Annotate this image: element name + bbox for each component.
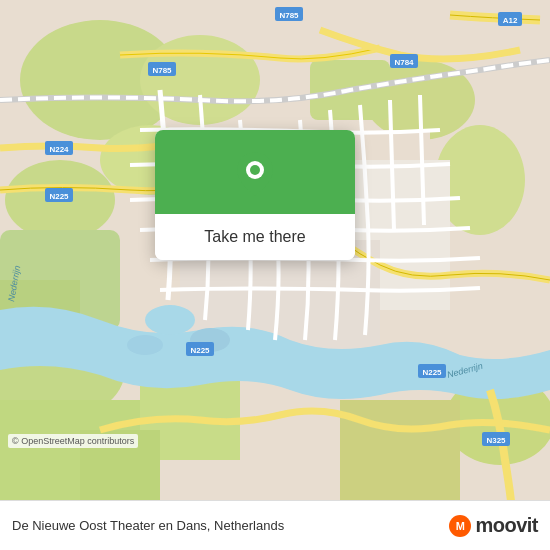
popup-header [155,130,355,214]
popup-card: Take me there [155,130,355,260]
bottom-bar: De Nieuwe Oost Theater en Dans, Netherla… [0,500,550,550]
moovit-m-icon: M [449,515,471,537]
svg-text:N785: N785 [279,11,299,20]
svg-text:N224: N224 [49,145,69,154]
moovit-wordmark: moovit [475,514,538,537]
svg-point-58 [250,165,260,175]
map-container: N785 N785 N784 A12 N224 N225 N225 N225 N… [0,0,550,500]
svg-text:N325: N325 [486,436,506,445]
svg-point-21 [127,335,163,355]
location-label: De Nieuwe Oost Theater en Dans, Netherla… [12,518,284,533]
osm-attribution: © OpenStreetMap contributors [8,434,138,448]
svg-point-19 [145,305,195,335]
svg-text:A12: A12 [503,16,518,25]
svg-rect-14 [340,400,460,500]
svg-text:N785: N785 [152,66,172,75]
svg-text:N784: N784 [394,58,414,67]
svg-text:N225: N225 [49,192,69,201]
svg-text:N225: N225 [190,346,210,355]
take-me-there-button[interactable]: Take me there [155,214,355,260]
svg-text:N225: N225 [422,368,442,377]
moovit-logo: M moovit [449,514,538,537]
location-pin-icon [237,152,273,196]
